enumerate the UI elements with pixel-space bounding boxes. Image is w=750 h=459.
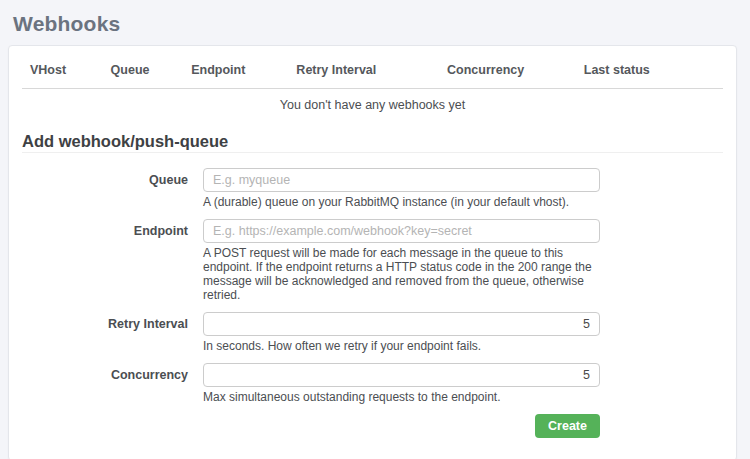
column-header-retry-interval: Retry Interval xyxy=(288,46,439,89)
retry-interval-help-text: In seconds. How often we retry if your e… xyxy=(203,339,600,353)
create-button[interactable]: Create xyxy=(535,414,600,438)
concurrency-help-text: Max simultaneous outstanding requests to… xyxy=(203,390,600,404)
endpoint-help-text: A POST request will be made for each mes… xyxy=(203,246,600,302)
retry-interval-input[interactable] xyxy=(203,312,600,336)
add-webhook-section-title: Add webhook/push-queue xyxy=(22,133,723,153)
queue-input[interactable] xyxy=(203,168,600,192)
concurrency-input[interactable] xyxy=(203,363,600,387)
queue-label: Queue xyxy=(22,168,203,209)
empty-state-message: You don't have any webhooks yet xyxy=(22,89,723,124)
queue-help-text: A (durable) queue on your RabbitMQ insta… xyxy=(203,195,600,209)
webhooks-table: VHost Queue Endpoint Retry Interval Conc… xyxy=(22,46,723,123)
endpoint-label: Endpoint xyxy=(22,219,203,302)
concurrency-form-group: Concurrency Max simultaneous outstanding… xyxy=(22,363,723,404)
webhooks-card: VHost Queue Endpoint Retry Interval Conc… xyxy=(8,45,737,459)
column-header-endpoint: Endpoint xyxy=(183,46,288,89)
empty-state-row: You don't have any webhooks yet xyxy=(22,89,723,124)
endpoint-input[interactable] xyxy=(203,219,600,243)
retry-interval-form-group: Retry Interval In seconds. How often we … xyxy=(22,312,723,353)
column-header-vhost: VHost xyxy=(22,46,103,89)
table-header-row: VHost Queue Endpoint Retry Interval Conc… xyxy=(22,46,723,89)
column-header-queue: Queue xyxy=(103,46,184,89)
add-webhook-form: Queue A (durable) queue on your RabbitMQ… xyxy=(22,168,723,438)
column-header-concurrency: Concurrency xyxy=(439,46,576,89)
page-title: Webhooks xyxy=(0,0,750,45)
column-header-last-status: Last status xyxy=(576,46,723,89)
queue-form-group: Queue A (durable) queue on your RabbitMQ… xyxy=(22,168,723,209)
concurrency-label: Concurrency xyxy=(22,363,203,404)
endpoint-form-group: Endpoint A POST request will be made for… xyxy=(22,219,723,302)
form-actions-row: Create xyxy=(22,414,723,438)
retry-interval-label: Retry Interval xyxy=(22,312,203,353)
